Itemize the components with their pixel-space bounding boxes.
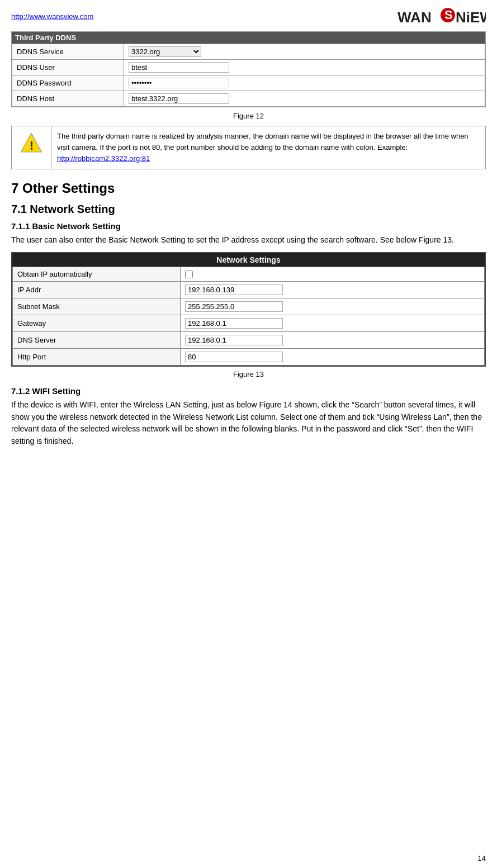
ddns-table: DDNS Service 3322.org DynDNS No-IP DDNS … bbox=[12, 44, 485, 107]
obtain-ip-checkbox-container bbox=[185, 271, 480, 278]
warning-box: ! The third party domain name is realize… bbox=[11, 126, 486, 169]
svg-text:!: ! bbox=[30, 139, 34, 153]
ddns-service-label: DDNS Service bbox=[12, 44, 124, 60]
logo-svg: WAN S NiEW bbox=[396, 6, 486, 27]
ddns-password-label: DDNS Password bbox=[12, 75, 124, 91]
svg-text:NiEW: NiEW bbox=[456, 9, 486, 26]
ddns-row-host: DDNS Host bbox=[12, 91, 485, 107]
ddns-host-value bbox=[124, 91, 485, 107]
ns-gateway-label: Gateway bbox=[13, 315, 181, 332]
ns-subnet-value bbox=[181, 298, 485, 315]
ddns-host-label: DDNS Host bbox=[12, 91, 124, 107]
network-settings-table: Obtain IP automatically IP Addr Subnet M… bbox=[12, 267, 485, 366]
section-711-body: The user can also enter the Basic Networ… bbox=[11, 234, 486, 246]
svg-text:WAN: WAN bbox=[397, 9, 432, 26]
ns-dns-value bbox=[181, 332, 485, 349]
ddns-service-value: 3322.org DynDNS No-IP bbox=[124, 44, 485, 60]
obtain-ip-checkbox[interactable] bbox=[185, 271, 193, 278]
ns-row-http-port: Http Port bbox=[13, 349, 485, 366]
ns-dns-input[interactable] bbox=[185, 335, 283, 345]
header-link[interactable]: http://www.wansview.com bbox=[11, 12, 93, 21]
ddns-password-input[interactable] bbox=[129, 78, 229, 88]
ns-http-port-value bbox=[181, 349, 485, 366]
figure-12-label: Figure 12 bbox=[11, 112, 486, 120]
ddns-row-user: DDNS User bbox=[12, 60, 485, 75]
ns-row-subnet: Subnet Mask bbox=[13, 298, 485, 315]
ddns-service-select[interactable]: 3322.org DynDNS No-IP bbox=[129, 46, 201, 57]
ns-row-dns: DNS Server bbox=[13, 332, 485, 349]
ddns-host-input[interactable] bbox=[129, 93, 229, 104]
ns-row-ip-addr: IP Addr bbox=[13, 282, 485, 298]
ns-row-gateway: Gateway bbox=[13, 315, 485, 332]
ns-subnet-label: Subnet Mask bbox=[13, 298, 181, 315]
ns-gateway-value bbox=[181, 315, 485, 332]
ddns-user-label: DDNS User bbox=[12, 60, 124, 75]
ddns-row-password: DDNS Password bbox=[12, 75, 485, 91]
ns-subnet-input[interactable] bbox=[185, 301, 283, 312]
section-712-heading: 7.1.2 WIFI Setting bbox=[11, 386, 486, 396]
warning-icon-cell: ! bbox=[12, 126, 51, 160]
ns-row-obtain-ip: Obtain IP automatically bbox=[13, 267, 485, 282]
ddns-header: Third Party DDNS bbox=[12, 32, 485, 44]
network-settings-title: Network Settings bbox=[12, 253, 485, 267]
section-7-heading: 7 Other Settings bbox=[11, 181, 486, 196]
section-71-heading: 7.1 Network Setting bbox=[11, 203, 486, 216]
ddns-password-value bbox=[124, 75, 485, 91]
section-711-heading: 7.1.1 Basic Network Setting bbox=[11, 221, 486, 231]
ddns-section: Third Party DDNS DDNS Service 3322.org D… bbox=[11, 31, 486, 107]
logo: WAN S NiEW bbox=[396, 6, 486, 27]
ns-dns-label: DNS Server bbox=[13, 332, 181, 349]
ns-ip-addr-input[interactable] bbox=[185, 284, 283, 295]
figure-13-label: Figure 13 bbox=[11, 370, 486, 378]
ddns-user-input[interactable] bbox=[129, 62, 229, 73]
ns-obtain-ip-value bbox=[181, 267, 485, 282]
ddns-user-value bbox=[124, 60, 485, 75]
warning-text-content: The third party domain name is realized … bbox=[57, 132, 468, 151]
warning-text: The third party domain name is realized … bbox=[51, 126, 485, 169]
warning-link[interactable]: http://robbicam2.3322.org:81 bbox=[57, 154, 150, 163]
ns-http-port-input[interactable] bbox=[185, 352, 283, 362]
ns-http-port-label: Http Port bbox=[13, 349, 181, 366]
svg-text:S: S bbox=[444, 8, 453, 22]
page-header: http://www.wansview.com WAN S NiEW bbox=[11, 6, 486, 27]
section-712-body: If the device is with WIFI, enter the Wi… bbox=[11, 399, 486, 448]
ns-obtain-ip-label: Obtain IP automatically bbox=[13, 267, 181, 282]
ns-gateway-input[interactable] bbox=[185, 318, 283, 329]
ns-ip-addr-value bbox=[181, 282, 485, 298]
warning-icon: ! bbox=[20, 132, 42, 154]
page-number: 14 bbox=[478, 854, 486, 862]
network-settings-section: Network Settings Obtain IP automatically… bbox=[11, 252, 486, 367]
ddns-row-service: DDNS Service 3322.org DynDNS No-IP bbox=[12, 44, 485, 60]
ns-ip-addr-label: IP Addr bbox=[13, 282, 181, 298]
